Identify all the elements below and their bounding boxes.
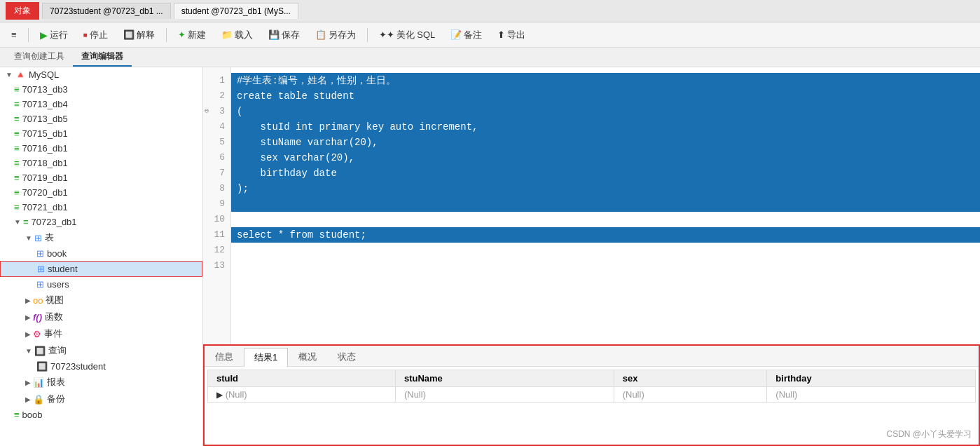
code-text: ( (237, 104, 242, 119)
table-icon: ⊞ (37, 264, 45, 274)
chevron-right-icon: ▶ (25, 379, 31, 386)
table-icon: ⊞ (36, 279, 44, 290)
sidebar-db-70715_db1[interactable]: ≡ 70715_db1 (0, 126, 202, 141)
chevron-down-icon: ▼ (14, 218, 21, 226)
row-arrow-icon: ▶ (216, 390, 223, 400)
sidebar-reports-group[interactable]: ▶ 📊 报表 (0, 374, 202, 391)
sidebar-views-group[interactable]: ▶ oo 视图 (0, 292, 202, 309)
cell-sex: (Null) (614, 387, 767, 403)
line-num-4: 4 (203, 119, 230, 135)
sidebar-query-70723student[interactable]: 🔲 70723student (0, 359, 202, 374)
sidebar-tables-group[interactable]: ▼ ⊞ 表 (0, 229, 202, 246)
stop-button[interactable]: ■ 停止 (78, 27, 113, 43)
sidebar-funcs-label: 函数 (45, 311, 63, 323)
sidebar-db-70721_db1[interactable]: ≡ 70721_db1 (0, 200, 202, 215)
sidebar-backup-label: 备份 (47, 393, 65, 405)
db-icon: ≡ (14, 99, 20, 109)
sidebar-db-70713_db4[interactable]: ≡ 70713_db4 (0, 97, 202, 112)
line-num-11: 11 (203, 227, 230, 243)
line-num-7: 7 (203, 165, 230, 181)
sidebar-backup-group[interactable]: ▶ 🔒 备份 (0, 391, 202, 407)
sidebar-reports-label: 报表 (47, 376, 65, 388)
code-line-6: sex varchar(20), (231, 150, 980, 165)
menu-button[interactable]: ≡ (6, 27, 22, 42)
sub-toolbar: 查询创建工具 查询编辑器 (0, 48, 980, 67)
comment-text: #学生表:编号，姓名，性别，生日。 (237, 73, 396, 88)
run-label: 运行 (50, 29, 68, 41)
chevron-down-icon: ▼ (25, 234, 32, 242)
sidebar-db-70713_db5[interactable]: ≡ 70713_db5 (0, 112, 202, 126)
save-icon: 💾 (268, 29, 279, 40)
db-icon: ≡ (14, 84, 20, 95)
sidebar-db-70723_db1[interactable]: ▼ ≡ 70723_db1 (0, 215, 202, 229)
sidebar-funcs-group[interactable]: ▶ f() 函数 (0, 309, 202, 325)
sidebar-queries-group[interactable]: ▼ 🔲 查询 (0, 342, 202, 359)
code-text: ); (237, 181, 249, 196)
new-button[interactable]: ✦ 新建 (172, 27, 212, 43)
sidebar-table-users[interactable]: ⊞ users (0, 277, 202, 292)
result-tab-info[interactable]: 信息 (205, 347, 244, 366)
sidebar-db-70716_db1[interactable]: ≡ 70716_db1 (0, 141, 202, 156)
result-tab-overview[interactable]: 概况 (288, 347, 327, 366)
explain-label: 解释 (137, 29, 155, 41)
tab-student[interactable]: student @70723_db1 (MyS... (174, 3, 298, 19)
tab-70723student[interactable]: 70723student @70723_db1 ... (42, 3, 171, 19)
sidebar-db-label: 70715_db1 (22, 128, 68, 139)
result-tab-status[interactable]: 状态 (327, 347, 366, 366)
sidebar-db-label: 70713_db5 (22, 114, 68, 124)
sidebar: ▼ 🔺 MySQL ≡ 70713_db3 ≡ 70713_db4 ≡ 7071… (0, 67, 203, 446)
tab-object[interactable]: 对象 (6, 2, 39, 20)
sidebar-table-student[interactable]: ⊞ student (0, 261, 202, 277)
code-line-3: ( (231, 104, 980, 119)
note-icon: 📝 (450, 29, 462, 40)
top-tab-bar: 对象 70723student @70723_db1 ... student @… (0, 0, 980, 22)
chevron-right-icon: ▶ (25, 330, 31, 338)
code-line-11: select * from student; (231, 227, 980, 243)
toolbar: ≡ ▶ 运行 ■ 停止 🔲 解释 ✦ 新建 📁 载入 💾 保存 📋 另存为 ✦✦… (0, 22, 980, 48)
load-label: 载入 (235, 29, 253, 41)
sub-tab-query-creator[interactable]: 查询创建工具 (6, 48, 73, 67)
line-numbers: 1 2 ⊖3 4 5 6 7 8 9 10 11 12 13 (203, 67, 231, 344)
sidebar-db-boob[interactable]: ≡ boob (0, 407, 202, 422)
sidebar-views-label: 视图 (46, 294, 64, 306)
export-icon: ⬆ (497, 29, 505, 40)
table-header-row: stuId stuName sex birthday (208, 370, 976, 387)
save-as-button[interactable]: 📋 另存为 (310, 27, 361, 43)
note-button[interactable]: 📝 备注 (445, 27, 488, 43)
sidebar-events-group[interactable]: ▶ ⚙ 事件 (0, 325, 202, 342)
db-icon: ≡ (14, 114, 20, 124)
export-button[interactable]: ⬆ 导出 (492, 27, 531, 43)
code-text (237, 243, 242, 258)
sidebar-db-70720_db1[interactable]: ≡ 70720_db1 (0, 185, 202, 200)
col-sex: sex (614, 370, 767, 387)
row-arrow-cell: ▶ (Null) (208, 387, 396, 403)
code-text (237, 258, 242, 273)
beautify-icon: ✦✦ (379, 29, 394, 40)
result-tab-result1[interactable]: 结果1 (244, 348, 288, 367)
sidebar-query-name: 70723student (50, 361, 106, 372)
sidebar-db-label: 70718_db1 (22, 158, 68, 168)
sidebar-db-label: boob (22, 410, 43, 420)
beautify-button[interactable]: ✦✦ 美化 SQL (373, 27, 441, 43)
code-text: sex varchar(20), (237, 150, 354, 165)
explain-button[interactable]: 🔲 解释 (118, 27, 160, 43)
load-button[interactable]: 📁 载入 (216, 27, 258, 43)
sidebar-db-70718_db1[interactable]: ≡ 70718_db1 (0, 156, 202, 170)
sidebar-db-70713_db3[interactable]: ≡ 70713_db3 (0, 82, 202, 97)
line-num-13: 13 (203, 258, 230, 273)
sidebar-root-mysql[interactable]: ▼ 🔺 MySQL (0, 67, 202, 82)
sep2 (166, 28, 167, 42)
sidebar-db-label: 70723_db1 (32, 217, 77, 227)
code-editor[interactable]: 1 2 ⊖3 4 5 6 7 8 9 10 11 12 13 #学生表:编号，姓… (203, 67, 980, 344)
code-content[interactable]: #学生表:编号，姓名，性别，生日。 create table student (… (231, 67, 980, 344)
save-button[interactable]: 💾 保存 (263, 27, 305, 43)
sep1 (28, 28, 29, 42)
code-text: stuId int primary key auto increment, (237, 119, 478, 135)
sidebar-db-70719_db1[interactable]: ≡ 70719_db1 (0, 170, 202, 185)
run-button[interactable]: ▶ 运行 (34, 27, 74, 43)
line-num-10: 10 (203, 212, 230, 227)
line-num-1: 1 (203, 73, 230, 88)
sidebar-table-book[interactable]: ⊞ book (0, 246, 202, 261)
sub-tab-query-editor[interactable]: 查询编辑器 (73, 48, 132, 67)
code-line-5: stuName varchar(20), (231, 135, 980, 150)
